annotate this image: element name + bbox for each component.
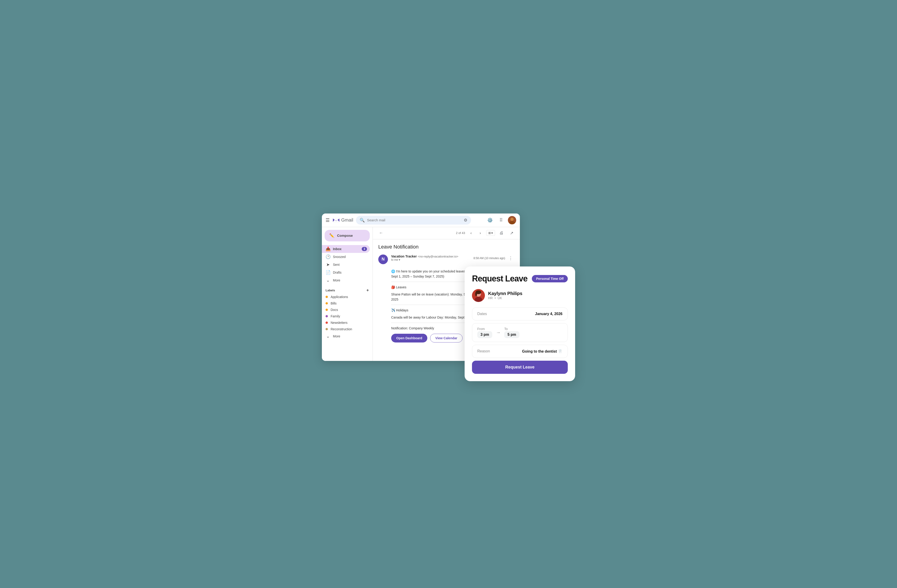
reason-value: Going to the dentist 🦷: [522, 349, 562, 354]
gmail-logo-icon: [332, 216, 340, 224]
applications-dot: [326, 296, 328, 298]
holidays-icon: ✈️: [391, 308, 395, 312]
card-user-dot: •: [494, 296, 496, 300]
newsletters-label: Newsletters: [331, 321, 367, 325]
request-leave-button[interactable]: Request Leave: [472, 361, 568, 374]
more-labels-label: More: [333, 334, 367, 338]
leaves-icon: 🎒: [391, 285, 395, 289]
search-input[interactable]: [367, 218, 461, 222]
to-value: 5 pm: [504, 331, 519, 338]
card-badge: Personal Time Off: [532, 275, 568, 282]
menu-icon[interactable]: ☰: [326, 217, 330, 223]
user-avatar-image: [472, 289, 485, 302]
search-icon: 🔍: [360, 217, 365, 223]
sidebar-item-more-labels[interactable]: ⌄ More: [322, 332, 370, 340]
card-user-details: Kaylynn Philips HR • UK: [488, 291, 522, 300]
dates-row: Dates January 4, 2026: [472, 308, 568, 320]
sent-label: Sent: [333, 263, 367, 266]
inbox-badge: 3: [362, 247, 367, 251]
compose-label: Compose: [337, 234, 353, 237]
email-toolbar-right: 2 of 43 ‹ › ⊞ ▾ 🖨 ↗: [456, 230, 515, 237]
time-row: From 3 pm → To 5 pm: [472, 323, 568, 342]
bills-label: Bills: [331, 302, 367, 305]
more-label: More: [333, 279, 367, 282]
dates-label: Dates: [477, 312, 487, 316]
docs-dot: [326, 309, 328, 311]
reconstruction-label: Reconstruction: [331, 327, 367, 331]
inbox-label: Inbox: [333, 247, 359, 251]
reason-label: Reason: [477, 349, 490, 353]
sender-info: Vacation Tracker <no-reply@vacationtrack…: [391, 254, 470, 262]
sender-to[interactable]: to me ▾: [391, 258, 470, 262]
sidebar-item-applications[interactable]: Applications: [322, 294, 370, 300]
email-subject: Leave Notification: [373, 239, 520, 252]
sender-email: <no-reply@vacationtracker.io>: [418, 255, 458, 258]
docs-label: Docs: [331, 308, 367, 312]
sidebar-item-newsletters[interactable]: Newsletters: [322, 320, 370, 326]
card-title: Request Leave: [472, 274, 528, 283]
compose-button[interactable]: ✏️ Compose: [325, 230, 370, 241]
from-label: From: [477, 327, 492, 331]
card-user: Kaylynn Philips HR • UK: [472, 289, 568, 302]
avatar-image: [508, 216, 516, 224]
sidebar-item-sent[interactable]: ➤ Sent: [322, 261, 370, 268]
prev-email-button[interactable]: ‹: [468, 230, 474, 236]
dates-value: January 4, 2026: [535, 312, 562, 316]
print-button[interactable]: 🖨: [498, 230, 505, 237]
view-mode-chevron: ▾: [491, 231, 493, 235]
more-expand-icon: ⌄: [326, 278, 330, 283]
sidebar-item-reconstruction[interactable]: Reconstruction: [322, 326, 370, 332]
email-meta: 8:58 AM (10 minutes ago) ⋮: [474, 254, 514, 262]
view-mode-button[interactable]: ⊞ ▾: [486, 230, 495, 236]
gmail-logo-text: Gmail: [341, 217, 353, 223]
family-dot: [326, 315, 328, 317]
sidebar-item-drafts[interactable]: 📄 Drafts: [322, 268, 370, 276]
snoozed-label: Snoozed: [333, 255, 367, 259]
open-dashboard-button[interactable]: Open Dashboard: [391, 334, 427, 343]
drafts-icon: 📄: [326, 270, 330, 275]
email-toolbar: ← 2 of 43 ‹ › ⊞ ▾ 🖨 ↗: [373, 227, 520, 239]
pagination: 2 of 43: [456, 231, 465, 235]
drafts-label: Drafts: [333, 271, 367, 274]
card-user-department: HR: [488, 296, 493, 300]
card-user-location: UK: [497, 296, 502, 300]
sidebar-item-snoozed[interactable]: 🕐 Snoozed: [322, 253, 370, 261]
compose-icon: ✏️: [329, 233, 334, 238]
from-group: From 3 pm: [477, 327, 492, 338]
sidebar-item-bills[interactable]: Bills: [322, 300, 370, 306]
next-email-button[interactable]: ›: [477, 230, 484, 236]
user-avatar[interactable]: [508, 216, 516, 224]
email-timestamp: 8:58 AM (10 minutes ago): [474, 257, 505, 260]
request-leave-card: Request Leave Personal Time Off Kaylynn …: [465, 266, 575, 381]
to-label: To: [504, 327, 519, 331]
svg-point-9: [475, 292, 477, 296]
sidebar-item-docs[interactable]: Docs: [322, 306, 370, 313]
sent-icon: ➤: [326, 262, 330, 267]
back-button[interactable]: ←: [377, 230, 385, 237]
apps-icon[interactable]: ⠿: [497, 216, 505, 224]
add-label-icon[interactable]: +: [366, 288, 369, 293]
card-user-name: Kaylynn Philips: [488, 291, 522, 296]
newsletters-dot: [326, 322, 328, 324]
view-calendar-button[interactable]: View Calendar: [430, 334, 462, 343]
sender-avatar: N: [378, 254, 388, 264]
external-link-button[interactable]: ↗: [508, 230, 515, 237]
snoozed-icon: 🕐: [326, 254, 330, 259]
card-user-meta: HR • UK: [488, 296, 522, 300]
search-bar[interactable]: 🔍 ⚙: [356, 216, 471, 225]
gmail-logo: Gmail: [332, 216, 353, 224]
email-toolbar-left: ←: [377, 230, 385, 237]
to-dropdown-icon[interactable]: ▾: [399, 258, 400, 262]
applications-label: Applications: [331, 295, 367, 299]
svg-point-3: [510, 217, 514, 221]
email-more-options-button[interactable]: ⋮: [507, 254, 514, 262]
sidebar-item-more[interactable]: ⌄ More: [322, 276, 370, 284]
inbox-icon: 📥: [326, 247, 330, 251]
sidebar-item-family[interactable]: Family: [322, 313, 370, 320]
settings-icon[interactable]: ⚙️: [486, 216, 494, 224]
sidebar-item-inbox[interactable]: 📥 Inbox 3: [322, 245, 370, 253]
filter-icon[interactable]: ⚙: [464, 217, 467, 223]
labels-header: Labels +: [322, 286, 372, 294]
card-header: Request Leave Personal Time Off: [472, 274, 568, 283]
email-header: N Vacation Tracker <no-reply@vacationtra…: [373, 252, 520, 266]
